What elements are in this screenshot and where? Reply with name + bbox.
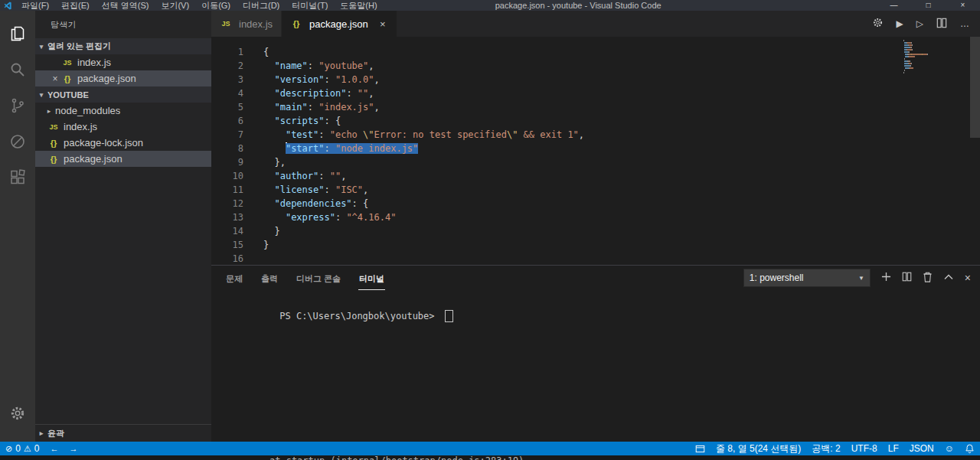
editor-tab-index.js[interactable]: JSindex.js (211, 11, 282, 37)
code-line-7: 7 "test": "echo \"Error: no test specifi… (211, 128, 980, 142)
line-number: 15 (211, 238, 243, 252)
close-button[interactable]: × (946, 0, 980, 11)
folder-section-header[interactable]: ▾ YOUTUBE (35, 86, 211, 103)
bell-icon (965, 443, 975, 454)
encoding-indicator[interactable]: UTF-8 (846, 442, 883, 455)
notifications-indicator[interactable] (959, 442, 980, 455)
split-terminal-icon[interactable] (902, 272, 912, 284)
window-indicator[interactable] (690, 442, 710, 455)
menu-item[interactable]: 선택 영역(S) (96, 0, 155, 11)
title-bar: 파일(F)편집(E)선택 영역(S)보기(V)이동(G)디버그(D)터미널(T)… (0, 0, 980, 11)
eol-indicator[interactable]: LF (883, 442, 904, 455)
line-content[interactable]: "author": "", (243, 169, 346, 183)
run-icon[interactable]: ▶ (897, 18, 903, 29)
line-number: 16 (211, 252, 243, 265)
tab-close-icon[interactable]: × (377, 18, 388, 30)
line-content[interactable]: }, (243, 155, 286, 169)
line-content[interactable]: { (243, 45, 269, 59)
menu-item[interactable]: 이동(G) (195, 0, 237, 11)
code-line-14: 14 } (211, 224, 980, 238)
more-actions-icon[interactable]: … (960, 18, 969, 29)
editor-tab-package.json[interactable]: {}package.json× (282, 11, 397, 37)
code-editor[interactable]: 1{2 "name": "youtube",3 "version": "1.0.… (211, 37, 980, 265)
close-panel-icon[interactable]: × (965, 272, 971, 284)
smiley-icon: ☺ (945, 442, 954, 455)
line-number: 12 (211, 197, 243, 210)
line-content[interactable]: "dependencies": { (243, 197, 368, 210)
panel-tab-출력[interactable]: 출력 (260, 266, 279, 290)
vscode-window: 파일(F)편집(E)선택 영역(S)보기(V)이동(G)디버그(D)터미널(T)… (0, 0, 980, 460)
line-content[interactable]: "main": "index.js", (243, 100, 380, 114)
window-title: package.json - youtube - Visual Studio C… (495, 1, 662, 10)
close-editor-icon[interactable]: × (49, 73, 61, 84)
menu-item[interactable]: 편집(E) (55, 0, 96, 11)
menu-item[interactable]: 파일(F) (15, 0, 55, 11)
split-editor-icon[interactable] (936, 18, 947, 31)
outline-section-header[interactable]: ▸ 윤곽 (35, 424, 211, 442)
new-terminal-icon[interactable] (881, 272, 891, 284)
open-editors-list: JSindex.js×{}package.json (35, 54, 211, 86)
open-editor-package.json[interactable]: ×{}package.json (35, 70, 211, 86)
panel-tab-디버그 콘솔[interactable]: 디버그 콘솔 (296, 266, 341, 290)
line-number: 14 (211, 224, 243, 238)
panel-tab-문제[interactable]: 문제 (225, 266, 243, 290)
minimize-button[interactable]: — (877, 0, 911, 11)
line-content[interactable]: } (243, 224, 280, 238)
maximize-button[interactable]: □ (911, 0, 946, 11)
terminal-content[interactable]: PS C:\Users\Jongbok\youtube> (211, 290, 980, 442)
line-content[interactable]: "express": "^4.16.4" (243, 210, 396, 224)
explorer-item-node_modules[interactable]: ▸node_modules (35, 103, 211, 119)
menu-item[interactable]: 보기(V) (155, 0, 195, 11)
line-content[interactable]: "scripts": { (243, 114, 341, 128)
line-content[interactable]: "start": "node index.js" (243, 142, 418, 155)
menu-item[interactable]: 도움말(H) (334, 0, 383, 11)
maximize-panel-icon[interactable] (943, 272, 954, 285)
json-file-icon: {} (47, 155, 60, 164)
activity-extensions[interactable] (0, 159, 35, 195)
explorer-item-package.json[interactable]: {}package.json (35, 151, 211, 167)
line-content[interactable]: "test": "echo \"Error: no test specified… (243, 128, 584, 142)
line-content[interactable] (243, 252, 263, 265)
warning-icon: ⚠ (24, 442, 31, 455)
code-line-3: 3 "version": "1.0.0", (211, 73, 980, 86)
line-content[interactable]: "version": "1.0.0", (243, 73, 380, 86)
panel-tab-터미널[interactable]: 터미널 (358, 266, 385, 290)
menu-item[interactable]: 터미널(T) (286, 0, 334, 11)
file-label: package.json (64, 153, 122, 165)
forward-arrow-indicator[interactable]: → (64, 442, 83, 455)
open-editors-header[interactable]: ▾ 열려 있는 편집기 (35, 38, 211, 54)
activity-search[interactable] (0, 51, 35, 87)
explorer-item-index.js[interactable]: JSindex.js (35, 119, 211, 135)
activity-debug[interactable] (0, 123, 35, 159)
activity-source-control[interactable] (0, 87, 35, 123)
js-file-icon: JS (61, 59, 74, 67)
activity-explorer[interactable] (0, 15, 35, 51)
settings-gear-button[interactable] (0, 395, 35, 431)
kill-terminal-trash-icon[interactable] (923, 272, 933, 285)
cursor-position-indicator[interactable]: 줄 8, 열 5(24 선택됨) (710, 442, 806, 455)
indentation-indicator[interactable]: 공백: 2 (806, 442, 845, 455)
problems-indicator[interactable]: ⊘ 0 ⚠ 0 (0, 442, 44, 455)
line-content[interactable]: "license": "ISC", (243, 183, 368, 197)
file-label: package-lock.json (64, 137, 143, 148)
line-number: 8 (211, 142, 243, 155)
language-mode-indicator[interactable]: JSON (904, 442, 939, 455)
minimap[interactable] (903, 40, 969, 77)
js-file-icon: JS (47, 123, 60, 131)
menu-item[interactable]: 디버그(D) (237, 0, 286, 11)
line-content[interactable]: } (243, 238, 269, 252)
open-editor-index.js[interactable]: JSindex.js (35, 54, 211, 70)
code-line-2: 2 "name": "youtube", (211, 59, 980, 73)
terminal-selector-dropdown[interactable]: 1: powershell ▼ (743, 269, 871, 287)
window-controls: — □ × (877, 0, 980, 11)
editor-scrollbar[interactable] (970, 37, 980, 138)
explorer-item-package-lock.json[interactable]: {}package-lock.json (35, 135, 211, 151)
run-without-debug-icon[interactable]: ▷ (916, 18, 923, 29)
configure-gear-icon[interactable] (872, 17, 884, 31)
line-content[interactable]: "name": "youtube", (243, 59, 374, 73)
line-content[interactable]: "description": "", (243, 86, 374, 100)
js-file-icon: JS (220, 20, 232, 28)
folder-twistie-icon: ▸ (43, 107, 55, 115)
feedback-indicator[interactable]: ☺ (939, 442, 959, 455)
back-arrow-indicator[interactable]: ← (44, 442, 64, 455)
